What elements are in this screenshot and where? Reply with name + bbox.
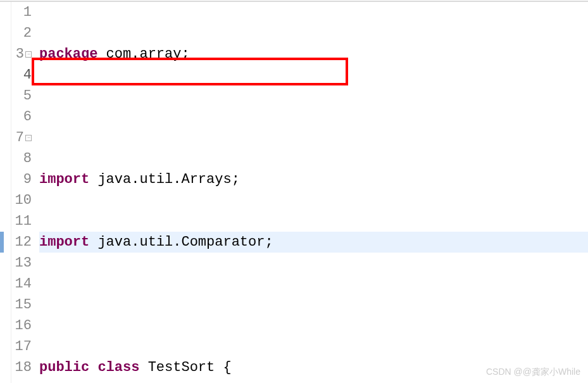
gutter-line[interactable]: 16: [11, 315, 32, 336]
code-text: com.array;: [97, 46, 189, 62]
gutter-line[interactable]: 5: [11, 85, 32, 106]
code-line[interactable]: [39, 294, 588, 315]
gutter-line[interactable]: 11: [11, 211, 32, 232]
gutter-line[interactable]: 7－: [11, 127, 32, 148]
line-number: 12: [15, 232, 32, 253]
gutter-line[interactable]: 9: [11, 169, 32, 190]
line-number: 4: [16, 65, 32, 85]
current-line-indicator: [0, 232, 4, 253]
line-number: 2: [16, 23, 32, 44]
code-text-area[interactable]: package com.array; import java.util.Arra…: [35, 2, 588, 383]
line-number: 6: [16, 106, 32, 127]
keyword: package: [39, 46, 97, 62]
gutter-line[interactable]: 6: [11, 106, 32, 127]
fold-icon[interactable]: －: [25, 51, 32, 58]
line-number: 9: [16, 169, 32, 190]
code-line[interactable]: [39, 106, 588, 127]
line-number: 16: [15, 315, 32, 336]
line-number: 5: [16, 85, 32, 106]
gutter-line[interactable]: 17: [11, 336, 32, 357]
line-number-gutter[interactable]: 1 2 3－ 4 5 6 7－ 8 9 10 11 12 13 14 15 16…: [11, 2, 35, 383]
line-number: 13: [15, 253, 32, 273]
gutter-line[interactable]: 8: [11, 148, 32, 169]
code-text: java.util.Arrays;: [89, 172, 240, 187]
code-text: TestSort {: [139, 360, 231, 375]
gutter-line[interactable]: 18: [11, 357, 32, 378]
keyword: import: [39, 234, 89, 250]
line-number: 18: [15, 357, 32, 378]
gutter-line[interactable]: 1: [11, 2, 32, 23]
gutter-line[interactable]: 10: [11, 190, 32, 211]
line-number: 15: [15, 294, 32, 315]
fold-icon[interactable]: －: [25, 135, 32, 141]
line-number: 14: [15, 273, 32, 294]
watermark: CSDN @@龚家小While: [486, 367, 580, 378]
line-number: 11: [15, 211, 32, 232]
gutter-line[interactable]: 14: [11, 273, 32, 294]
code-line[interactable]: package com.array;: [39, 44, 588, 65]
gutter-line[interactable]: 2: [11, 23, 32, 44]
line-number: 3: [9, 44, 24, 65]
code-text: java.util.Comparator;: [89, 234, 273, 250]
code-line[interactable]: import java.util.Arrays;: [39, 169, 588, 190]
keyword: import: [39, 172, 89, 187]
line-number: 8: [16, 148, 32, 169]
gutter-line[interactable]: 3－: [11, 44, 32, 65]
code-line-current[interactable]: import java.util.Comparator;: [39, 232, 588, 253]
gutter-line[interactable]: 15: [11, 294, 32, 315]
keyword: public: [39, 360, 89, 375]
line-number: 1: [16, 2, 32, 23]
line-number: 17: [15, 336, 32, 357]
keyword: class: [97, 360, 139, 375]
gutter-line[interactable]: 12: [11, 232, 32, 253]
gutter-line[interactable]: 4: [11, 65, 32, 85]
code-editor[interactable]: 1 2 3－ 4 5 6 7－ 8 9 10 11 12 13 14 15 16…: [0, 2, 588, 383]
line-number: 10: [15, 190, 32, 211]
gutter-line[interactable]: 13: [11, 253, 32, 273]
line-number: 7: [9, 127, 24, 148]
